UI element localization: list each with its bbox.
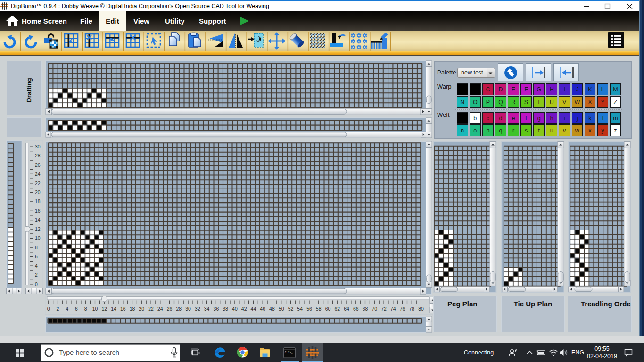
svg-text:12: 12 [35,226,41,231]
svg-text:26: 26 [166,306,172,312]
svg-text:72: 72 [381,306,387,312]
svg-text:78: 78 [409,306,414,312]
svg-text:66: 66 [353,306,358,312]
svg-text:6: 6 [75,306,78,312]
svg-text:4: 4 [66,306,68,312]
svg-text:16: 16 [35,207,41,213]
svg-text:58: 58 [315,306,321,312]
svg-text:28: 28 [176,306,182,312]
svg-text:18: 18 [35,198,41,204]
svg-text:62: 62 [334,306,340,312]
svg-text:42: 42 [241,306,247,312]
svg-text:22: 22 [35,180,41,186]
svg-text:64: 64 [344,306,349,312]
svg-text:54: 54 [297,306,303,312]
svg-text:4: 4 [35,263,38,268]
svg-text:70: 70 [372,306,377,312]
svg-text:30: 30 [35,143,41,149]
svg-text:22: 22 [148,306,154,312]
svg-text:50: 50 [278,306,284,312]
svg-text:C:\>_: C:\>_ [285,351,293,354]
svg-text:68: 68 [362,306,368,312]
svg-text:26: 26 [35,162,41,167]
svg-text:48: 48 [269,306,275,312]
svg-text:2: 2 [56,306,59,312]
svg-text:46: 46 [260,306,265,312]
svg-text:0: 0 [35,281,38,287]
svg-text:2: 2 [35,272,38,278]
svg-text:18: 18 [129,306,135,312]
svg-text:38: 38 [223,306,228,312]
svg-text:24: 24 [157,306,163,312]
svg-text:28: 28 [35,153,41,158]
svg-text:10: 10 [35,235,41,241]
svg-text:6: 6 [35,254,38,259]
svg-text:20: 20 [35,189,41,195]
svg-text:10: 10 [92,306,98,312]
svg-text:40: 40 [232,306,238,312]
svg-text:60: 60 [325,306,330,312]
svg-text:14: 14 [111,306,116,312]
svg-text:76: 76 [399,306,405,312]
svg-text:12: 12 [101,306,107,312]
svg-text:32: 32 [195,306,200,312]
svg-text:0: 0 [47,306,50,312]
svg-text:34: 34 [204,306,209,312]
svg-text:52: 52 [288,306,293,312]
svg-text:20: 20 [139,306,144,312]
svg-text:16: 16 [120,306,125,312]
svg-text:14: 14 [35,217,41,222]
svg-text:44: 44 [250,306,256,312]
svg-text:8: 8 [35,244,38,250]
svg-text:8: 8 [84,306,87,312]
svg-text:74: 74 [390,306,396,312]
svg-text:36: 36 [213,306,219,312]
svg-text:80: 80 [418,306,424,312]
svg-text:56: 56 [306,306,312,312]
svg-text:24: 24 [35,171,41,177]
svg-text:30: 30 [185,306,191,312]
